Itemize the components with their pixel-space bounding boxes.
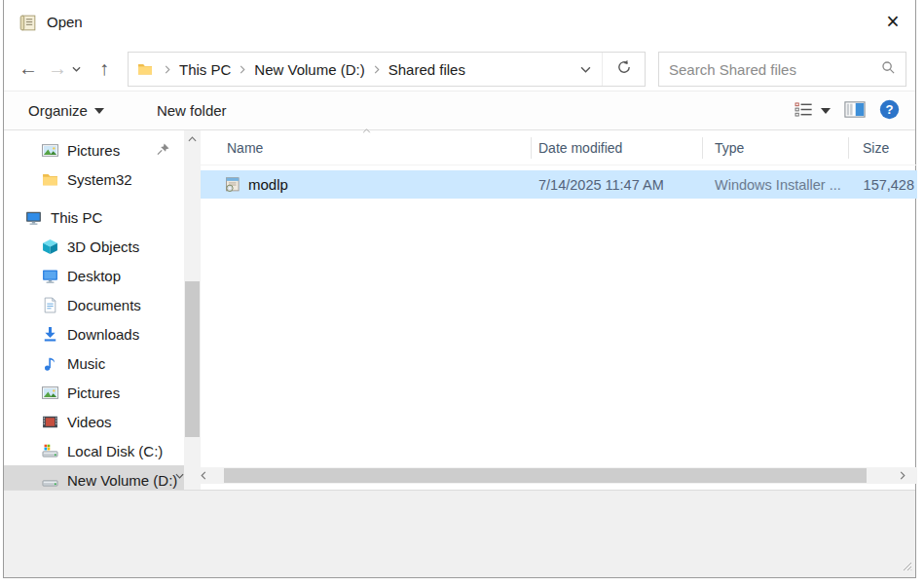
breadcrumb-separator-icon [156,65,179,74]
column-label: Type [715,140,744,156]
msi-file-icon [224,176,240,193]
organize-button[interactable]: Organize [28,102,104,119]
address-bar[interactable]: This PCNew Volume (D:)Shared files [128,52,646,87]
preview-pane-button[interactable] [844,101,866,121]
column-header-date-modified[interactable]: Date modified [532,130,703,165]
sidebar-scrollbar-thumb[interactable] [185,281,200,437]
sidebar-item-music[interactable]: Music [4,348,184,378]
sidebar-item-label: Pictures [67,142,120,159]
breadcrumb-item[interactable]: This PC [179,61,231,78]
sidebar-item-new-volume-d[interactable]: New Volume (D:) [4,465,184,490]
sidebar-scrollbar[interactable] [184,130,201,490]
search-box [658,52,906,87]
new-folder-label: New folder [157,102,227,119]
file-row[interactable]: modlp7/14/2025 11:47 AMWindows Installer… [201,170,917,199]
back-button[interactable]: ← [14,57,43,80]
pictures-icon [42,385,58,401]
title-bar: Open × [4,0,915,47]
sidebar-item-system32[interactable]: System32 [4,165,184,194]
horizontal-scrollbar[interactable] [201,467,917,484]
desktop-icon [42,268,58,284]
open-dialog-icon [18,13,38,33]
recent-locations-chevron-icon[interactable] [72,66,90,72]
navigation-row: ← → ↑ This PCNew Volume (D:)Shared files [4,47,915,92]
sidebar-item-local-disk-c[interactable]: Local Disk (C:) [4,436,184,465]
sidebar-item-videos[interactable]: Videos [4,407,184,436]
breadcrumb-item[interactable]: New Volume (D:) [254,61,364,78]
column-header-size[interactable]: Size [849,130,917,165]
sidebar-item-pictures[interactable]: Pictures [4,135,184,165]
sidebar-item-label: System32 [67,171,132,188]
size-cell: 157,428 [849,177,917,193]
expand-chevron-icon[interactable] [175,473,184,479]
breadcrumb-item[interactable]: Shared files [388,61,465,78]
sidebar-item-label: Pictures [67,385,120,401]
refresh-icon [616,59,632,79]
details-view-icon [795,102,813,120]
preview-pane-icon [844,104,866,121]
folder-icon [42,171,58,188]
close-button[interactable]: × [872,6,913,39]
pictures-icon [42,142,58,159]
sidebar-item-label: Desktop [67,268,121,284]
videos-icon [42,414,58,430]
column-label: Date modified [538,140,622,156]
date-modified-cell: 7/14/2025 11:47 AM [532,177,703,193]
sidebar-item-label: Local Disk (C:) [67,443,163,459]
command-toolbar: Organize New folder ? [4,92,915,130]
resize-grip-icon[interactable] [902,558,912,575]
column-header-name[interactable]: Name [201,130,532,165]
footer-panel: File name: Windows Installer packages (*… [4,490,915,577]
thispc-icon [25,209,42,226]
downloads-icon [42,326,58,343]
change-view-button[interactable] [795,102,831,120]
up-button[interactable]: ↑ [90,57,119,80]
sidebar-item-desktop[interactable]: Desktop [4,261,184,290]
sidebar-item-label: Downloads [67,326,139,343]
file-name-cell: modlp [248,176,288,193]
refresh-button[interactable] [602,53,645,86]
sidebar-item-pictures[interactable]: Pictures [4,378,184,407]
column-label: Name [227,140,263,156]
sidebar-item-documents[interactable]: Documents [4,290,184,319]
list-header: Name Date modified Type Size [201,130,917,165]
column-header-type[interactable]: Type [703,130,849,165]
breadcrumb: This PCNew Volume (D:)Shared files [156,61,465,78]
scroll-right-icon[interactable] [900,471,917,480]
column-label: Size [863,140,889,156]
address-dropdown-chevron-icon[interactable] [569,66,602,73]
sidebar-item-label: Music [67,355,105,372]
svg-text:?: ? [885,102,893,117]
sidebar-item-this-pc[interactable]: This PC [4,202,184,232]
scroll-up-icon[interactable] [184,132,201,142]
pin-icon [156,142,170,157]
sidebar-item-3d-objects[interactable]: 3D Objects [4,232,184,261]
forward-button[interactable]: → [43,57,72,80]
breadcrumb-separator-icon [231,65,254,74]
sidebar-item-label: Videos [67,414,112,430]
breadcrumb-separator-icon [365,65,388,74]
open-dialog: Open × ← → ↑ This PCNew Volume (D:)Share… [3,0,916,578]
sort-ascending-icon [362,128,371,133]
content-area: PicturesSystem32This PC3D ObjectsDesktop… [4,130,915,490]
navigation-pane: PicturesSystem32This PC3D ObjectsDesktop… [4,130,184,490]
organize-caret-icon [94,108,104,114]
view-caret-icon [821,108,831,114]
help-icon: ? [879,106,900,123]
help-button[interactable]: ? [879,99,900,123]
sidebar-item-label: Documents [67,297,141,313]
scroll-left-icon[interactable] [201,471,218,480]
music-icon [42,355,58,372]
search-input[interactable] [669,61,881,78]
sidebar-item-label: This PC [51,209,102,226]
organize-label: Organize [28,102,88,119]
window-title: Open [47,14,83,30]
sidebar-item-label: New Volume (D:) [67,472,177,489]
new-folder-button[interactable]: New folder [157,102,227,119]
horizontal-scrollbar-thumb[interactable] [224,468,867,483]
sidebar-item-downloads[interactable]: Downloads [4,319,184,348]
sidebar-item-label: 3D Objects [67,238,139,255]
disk_d-icon [42,472,58,489]
threed-icon [42,238,58,255]
disk_c-icon [42,443,58,459]
